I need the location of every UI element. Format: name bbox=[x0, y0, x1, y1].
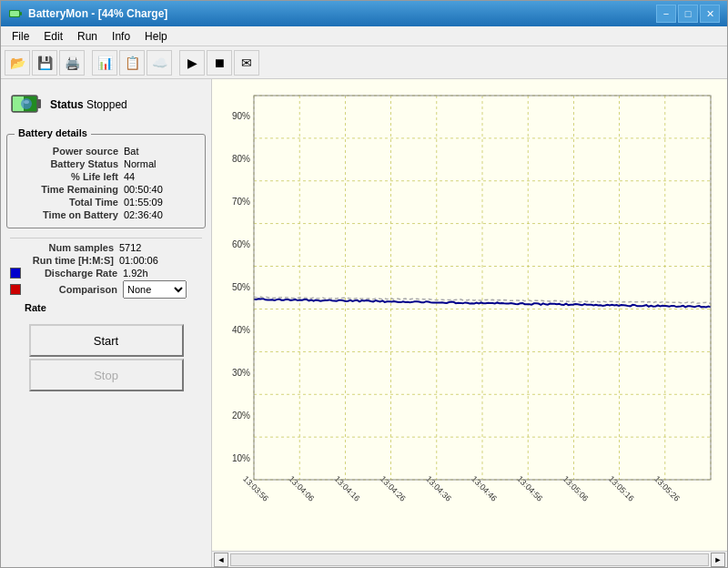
run-time-val: 01:00:06 bbox=[119, 255, 158, 266]
toolbar-chart[interactable]: 📊 bbox=[92, 50, 117, 76]
battery-info-table: Power source Bat Battery Status Normal %… bbox=[15, 146, 197, 220]
svg-rect-1 bbox=[20, 12, 22, 15]
scroll-track[interactable] bbox=[230, 553, 709, 566]
time-remaining-val: 00:50:40 bbox=[124, 184, 163, 195]
num-samples-val: 5712 bbox=[119, 242, 141, 253]
chart-area bbox=[212, 79, 727, 551]
horizontal-scrollbar: ◄ ► bbox=[212, 551, 727, 567]
stop-button[interactable]: Stop bbox=[29, 359, 184, 391]
comparison-row: Comparison None 1h 2h 4h 8h bbox=[10, 280, 202, 299]
status-row: Status Stopped bbox=[6, 85, 206, 125]
stats-section: Num samples 5712 Run time [H:M:S] 01:00:… bbox=[6, 234, 206, 313]
total-time-key: Total Time bbox=[15, 197, 124, 208]
time-remaining-row: Time Remaining 00:50:40 bbox=[15, 184, 197, 195]
power-source-key: Power source bbox=[15, 146, 124, 157]
svg-rect-2 bbox=[10, 11, 19, 16]
discharge-rate-val: 1.92h bbox=[123, 268, 148, 279]
battery-status-val: Normal bbox=[124, 158, 156, 169]
total-time-row: Total Time 01:55:09 bbox=[15, 197, 197, 208]
close-button[interactable]: ✕ bbox=[700, 5, 720, 23]
comparison-key: Comparison bbox=[25, 284, 123, 295]
toolbar-print[interactable]: 🖨️ bbox=[59, 50, 85, 76]
discharge-rate-key: Discharge Rate bbox=[25, 268, 123, 279]
right-panel: ◄ ► bbox=[212, 79, 727, 567]
toolbar-play[interactable]: ▶ bbox=[179, 50, 205, 76]
life-left-val: 44 bbox=[124, 171, 135, 182]
scroll-left-button[interactable]: ◄ bbox=[214, 553, 228, 567]
maximize-button[interactable]: □ bbox=[678, 5, 698, 23]
minimize-button[interactable]: − bbox=[656, 5, 676, 23]
toolbar-stop[interactable]: ⏹ bbox=[207, 50, 232, 76]
title-bar: BatteryMon - [44% Charge] − □ ✕ bbox=[1, 1, 727, 26]
battery-details-title: Battery details bbox=[15, 127, 91, 138]
status-value: Stopped bbox=[86, 98, 127, 111]
main-content: Status Stopped Battery details Power sou… bbox=[1, 79, 727, 567]
stats-divider bbox=[10, 238, 202, 238]
run-time-row: Run time [H:M:S] 01:00:06 bbox=[10, 255, 202, 266]
menu-run[interactable]: Run bbox=[70, 28, 105, 45]
action-buttons: Start Stop bbox=[6, 322, 206, 393]
total-time-val: 01:55:09 bbox=[124, 197, 163, 208]
menu-bar: File Edit Run Info Help bbox=[1, 26, 727, 46]
app-icon bbox=[8, 6, 23, 21]
scroll-right-button[interactable]: ► bbox=[711, 553, 725, 567]
status-label: Status bbox=[50, 98, 84, 111]
start-button[interactable]: Start bbox=[29, 324, 184, 357]
menu-help[interactable]: Help bbox=[137, 28, 175, 45]
power-source-row: Power source Bat bbox=[15, 146, 197, 157]
left-panel: Status Stopped Battery details Power sou… bbox=[1, 79, 212, 567]
comparison-rate-label: Rate bbox=[25, 302, 202, 313]
toolbar: 📂 💾 🖨️ 📊 📋 ☁️ ▶ ⏹ ✉ bbox=[1, 46, 727, 79]
time-remaining-key: Time Remaining bbox=[15, 184, 124, 195]
time-on-battery-val: 02:36:40 bbox=[124, 209, 163, 220]
discharge-rate-row: Discharge Rate 1.92h bbox=[10, 268, 202, 279]
discharge-color-box bbox=[10, 268, 21, 279]
comparison-color-box bbox=[10, 284, 21, 295]
toolbar-cloud[interactable]: ☁️ bbox=[147, 50, 172, 76]
num-samples-key: Num samples bbox=[10, 242, 119, 253]
battery-chart bbox=[219, 86, 720, 543]
menu-edit[interactable]: Edit bbox=[36, 28, 70, 45]
run-time-key: Run time [H:M:S] bbox=[10, 255, 119, 266]
time-on-battery-row: Time on Battery 02:36:40 bbox=[15, 209, 197, 220]
toolbar-clipboard[interactable]: 📋 bbox=[119, 50, 145, 76]
battery-status-key: Battery Status bbox=[15, 158, 124, 169]
power-source-val: Bat bbox=[124, 146, 139, 157]
toolbar-mail[interactable]: ✉ bbox=[234, 50, 259, 76]
life-left-row: % Life left 44 bbox=[15, 171, 197, 182]
menu-file[interactable]: File bbox=[5, 28, 36, 45]
battery-details-group: Battery details Power source Bat Battery… bbox=[6, 134, 206, 228]
num-samples-row: Num samples 5712 bbox=[10, 242, 202, 253]
time-on-battery-key: Time on Battery bbox=[15, 209, 124, 220]
life-left-key: % Life left bbox=[15, 171, 124, 182]
status-display: Status Stopped bbox=[50, 98, 127, 111]
toolbar-save[interactable]: 💾 bbox=[32, 50, 57, 76]
svg-rect-4 bbox=[37, 99, 41, 108]
battery-status-row: Battery Status Normal bbox=[15, 158, 197, 169]
main-window: BatteryMon - [44% Charge] − □ ✕ File Edi… bbox=[0, 0, 728, 568]
toolbar-open[interactable]: 📂 bbox=[5, 50, 30, 76]
title-controls: − □ ✕ bbox=[656, 5, 720, 23]
menu-info[interactable]: Info bbox=[105, 28, 137, 45]
comparison-select[interactable]: None 1h 2h 4h 8h bbox=[123, 280, 187, 299]
battery-status-icon bbox=[10, 88, 43, 121]
title-bar-left: BatteryMon - [44% Charge] bbox=[8, 6, 167, 21]
svg-point-7 bbox=[24, 100, 29, 104]
window-title: BatteryMon - [44% Charge] bbox=[28, 7, 167, 20]
